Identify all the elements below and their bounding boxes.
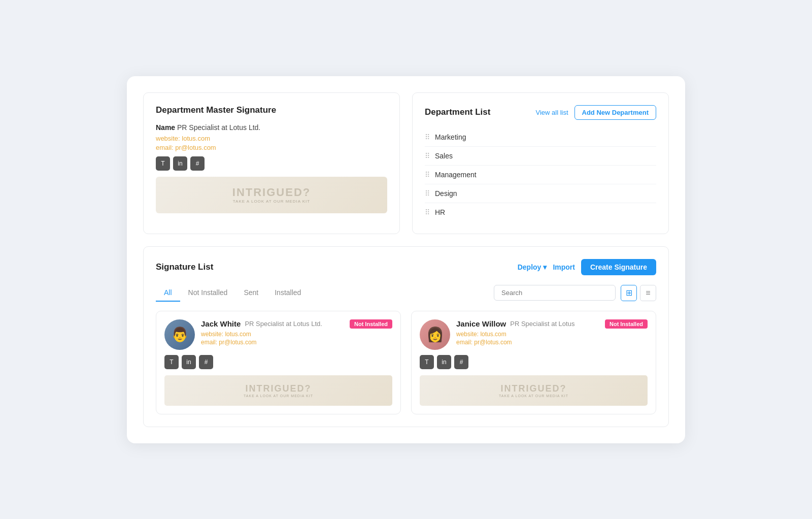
card-email-label: email: — [456, 339, 472, 346]
import-button[interactable]: Import — [553, 263, 575, 271]
dept-list-actions: View all list Add New Department — [535, 105, 656, 120]
card-website-label: website: — [456, 331, 479, 338]
dept-master-panel: Department Master Signature Name PR Spec… — [143, 92, 400, 234]
sig-list-section: Signature List Deploy ▾ Import Create Si… — [143, 246, 669, 427]
sig-tab-sent[interactable]: Sent — [235, 284, 266, 302]
view-toggle: ⊞ ≡ — [621, 285, 656, 301]
list-view-button[interactable]: ≡ — [640, 285, 656, 301]
deploy-dropdown-icon: ▾ — [543, 263, 547, 271]
dept-list-item[interactable]: ⠿Sales — [425, 147, 656, 166]
dept-list-header: Department List View all list Add New De… — [425, 105, 656, 120]
sig-list-title: Signature List — [156, 262, 213, 272]
sig-website: website: lotus.com — [156, 135, 387, 142]
dept-master-banner: INTRIGUED? TAKE A LOOK AT OUR MEDIA KIT — [156, 177, 387, 213]
deploy-label: Deploy — [518, 263, 542, 271]
card-hash-icon[interactable]: # — [199, 355, 213, 369]
avatar: 👩 — [420, 319, 450, 350]
card-banner-text: INTRIGUED? — [499, 383, 568, 394]
sig-card-email: email: pr@lotus.com — [456, 339, 648, 346]
search-input[interactable] — [494, 285, 616, 301]
sig-card-name: Jack White — [201, 319, 241, 328]
sig-card-info: Janice Willow PR Specialist at Lotus Not… — [456, 319, 648, 346]
sig-tab-not-installed[interactable]: Not Installed — [180, 284, 236, 302]
banner-sub: TAKE A LOOK AT OUR MEDIA KIT — [232, 199, 311, 204]
card-banner-sub: TAKE A LOOK AT OUR MEDIA KIT — [499, 394, 568, 398]
sig-name-value: PR Specialist at Lotus Ltd. — [177, 123, 260, 132]
hash-icon[interactable]: # — [190, 156, 205, 171]
sig-card-header: 👨 Jack White PR Specialist at Lotus Ltd.… — [164, 319, 392, 350]
card-banner: INTRIGUED? TAKE A LOOK AT OUR MEDIA KIT — [420, 375, 648, 406]
sig-card-role: PR Specialist at Lotus Ltd. — [245, 320, 322, 328]
drag-icon: ⠿ — [425, 171, 430, 179]
status-badge: Not Installed — [350, 319, 392, 329]
dept-list-item[interactable]: ⠿Management — [425, 166, 656, 184]
sig-list-header: Signature List Deploy ▾ Import Create Si… — [156, 259, 656, 275]
drag-icon: ⠿ — [425, 133, 430, 141]
card-email-value: pr@lotus.com — [219, 339, 256, 346]
status-badge: Not Installed — [605, 319, 648, 329]
view-all-link[interactable]: View all list — [535, 109, 568, 116]
banner-text: INTRIGUED? — [232, 186, 311, 199]
dept-item-name: Design — [435, 189, 457, 198]
dept-item-name: HR — [435, 208, 445, 216]
dept-list-item[interactable]: ⠿Design — [425, 184, 656, 203]
card-twitter-icon[interactable]: T — [164, 355, 179, 369]
dept-items-list: ⠿Marketing⠿Sales⠿Management⠿Design⠿HR — [425, 128, 656, 221]
avatar: 👨 — [164, 319, 195, 350]
dept-list-panel: Department List View all list Add New De… — [412, 92, 669, 234]
sig-card-role: PR Specialist at Lotus — [510, 320, 574, 328]
sig-tab-all[interactable]: All — [156, 284, 180, 302]
social-icons-group: T in # — [156, 156, 387, 171]
create-signature-button[interactable]: Create Signature — [581, 259, 656, 275]
card-website-value: lotus.com — [225, 331, 251, 338]
sig-card-name-row: Jack White PR Specialist at Lotus Ltd. N… — [201, 319, 392, 329]
sig-card-header: 👩 Janice Willow PR Specialist at Lotus N… — [420, 319, 648, 350]
website-value: lotus.com — [182, 135, 210, 142]
card-banner-sub: TAKE A LOOK AT OUR MEDIA KIT — [244, 394, 313, 398]
sig-card-0: 👨 Jack White PR Specialist at Lotus Ltd.… — [156, 311, 401, 414]
linkedin-icon[interactable]: in — [173, 156, 187, 171]
drag-icon: ⠿ — [425, 189, 430, 198]
dept-list-item[interactable]: ⠿HR — [425, 203, 656, 221]
card-linkedin-icon[interactable]: in — [437, 355, 451, 369]
sig-card-info: Jack White PR Specialist at Lotus Ltd. N… — [201, 319, 392, 346]
sig-card-email: email: pr@lotus.com — [201, 339, 392, 346]
sig-list-actions: Deploy ▾ Import Create Signature — [518, 259, 656, 275]
sig-card-name: Janice Willow — [456, 319, 506, 328]
card-email-label: email: — [201, 339, 217, 346]
dept-master-title: Department Master Signature — [156, 105, 387, 115]
drag-icon: ⠿ — [425, 208, 430, 216]
card-twitter-icon[interactable]: T — [420, 355, 434, 369]
sig-card-website: website: lotus.com — [201, 331, 392, 338]
dept-item-name: Management — [435, 171, 477, 179]
card-email-value: pr@lotus.com — [474, 339, 512, 346]
sig-card-1: 👩 Janice Willow PR Specialist at Lotus N… — [411, 311, 656, 414]
grid-view-button[interactable]: ⊞ — [621, 285, 637, 301]
sig-card-website: website: lotus.com — [456, 331, 648, 338]
card-linkedin-icon[interactable]: in — [182, 355, 196, 369]
email-value: pr@lotus.com — [175, 144, 216, 151]
sig-name-line: Name PR Specialist at Lotus Ltd. — [156, 123, 387, 132]
card-banner-text: INTRIGUED? — [244, 383, 313, 394]
sig-grid: 👨 Jack White PR Specialist at Lotus Ltd.… — [156, 311, 656, 414]
dept-list-item[interactable]: ⠿Marketing — [425, 128, 656, 147]
top-section: Department Master Signature Name PR Spec… — [143, 92, 669, 234]
toolbar-row: AllNot InstalledSentInstalled ⊞ ≡ — [156, 284, 656, 302]
dept-item-name: Marketing — [435, 133, 466, 141]
add-dept-button[interactable]: Add New Department — [574, 105, 656, 120]
twitter-icon[interactable]: T — [156, 156, 170, 171]
email-label: email: — [156, 144, 174, 151]
card-social-icons: T in # — [420, 355, 648, 369]
sig-name-label: Name — [156, 123, 175, 132]
main-card: Department Master Signature Name PR Spec… — [127, 76, 685, 443]
dept-list-title: Department List — [425, 107, 490, 117]
card-hash-icon[interactable]: # — [454, 355, 468, 369]
sig-tabs: AllNot InstalledSentInstalled — [156, 284, 309, 302]
dept-item-name: Sales — [435, 152, 453, 160]
card-social-icons: T in # — [164, 355, 392, 369]
sig-email: email: pr@lotus.com — [156, 144, 387, 151]
deploy-button[interactable]: Deploy ▾ — [518, 263, 547, 271]
website-label: website: — [156, 135, 180, 142]
card-banner: INTRIGUED? TAKE A LOOK AT OUR MEDIA KIT — [164, 375, 392, 406]
sig-tab-installed[interactable]: Installed — [266, 284, 309, 302]
